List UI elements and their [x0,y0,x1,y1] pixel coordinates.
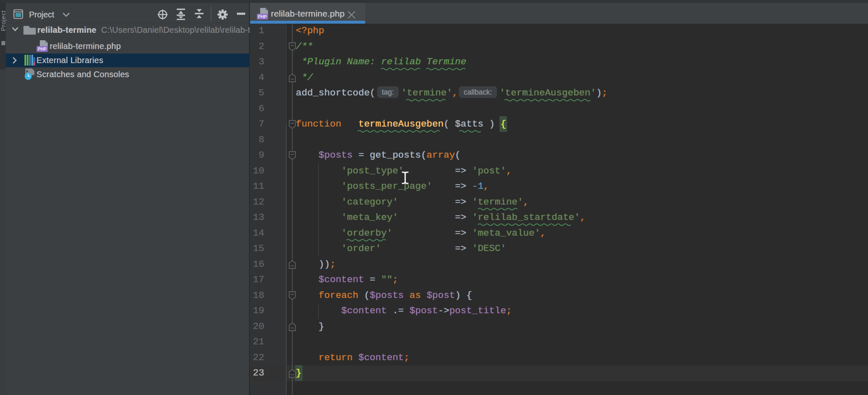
svg-text:PHP: PHP [258,14,267,19]
svg-text:PHP: PHP [38,46,47,51]
